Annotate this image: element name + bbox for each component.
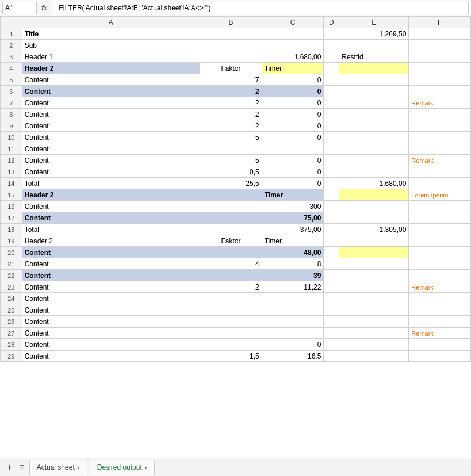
cell-b[interactable]: 2 [200,120,262,132]
cell-f[interactable] [409,339,471,351]
cell-b[interactable] [200,247,262,258]
cell-e[interactable] [339,201,409,212]
cell-f[interactable] [409,51,471,63]
tab-actual-sheet[interactable]: Actual sheet ▾ [29,460,87,475]
cell-a[interactable]: Content [22,201,200,212]
cell-b[interactable]: 4 [200,258,262,270]
cell-c[interactable]: Timer [262,235,324,247]
cell-d[interactable] [324,189,339,201]
cell-a[interactable]: Content [22,86,200,97]
cell-a[interactable]: Content [22,155,200,166]
cell-d[interactable] [324,258,339,270]
cell-d[interactable] [324,339,339,351]
cell-b[interactable]: 2 [200,281,262,293]
cell-a[interactable]: Content [22,166,200,178]
cell-c[interactable]: 300 [262,201,324,212]
cell-a[interactable]: Title [22,28,200,40]
cell-c[interactable]: 0 [262,74,324,86]
cell-d[interactable] [324,270,339,281]
cell-f[interactable] [409,212,471,224]
cell-d[interactable] [324,109,339,120]
cell-a[interactable]: Content [22,339,200,351]
cell-f[interactable]: Remark [409,155,471,166]
cell-b[interactable] [200,339,262,351]
cell-b[interactable] [200,293,262,304]
cell-a[interactable]: Content [22,293,200,304]
cell-e[interactable] [339,189,409,201]
col-header-b[interactable]: B [200,17,262,28]
cell-e[interactable] [339,339,409,351]
cell-e[interactable] [339,132,409,143]
cell-b[interactable] [200,304,262,316]
cell-e[interactable] [339,63,409,74]
cell-f[interactable] [409,40,471,51]
cell-b[interactable]: 5 [200,132,262,143]
cell-a[interactable]: Content [22,97,200,109]
cell-f[interactable] [409,178,471,189]
cell-a[interactable]: Content [22,258,200,270]
cell-d[interactable] [324,178,339,189]
cell-f[interactable] [409,351,471,362]
cell-c[interactable] [262,304,324,316]
cell-f[interactable] [409,235,471,247]
cell-f[interactable] [409,120,471,132]
cell-b[interactable] [200,189,262,201]
col-header-d[interactable]: D [324,17,339,28]
cell-b[interactable]: 5 [200,155,262,166]
cell-d[interactable] [324,40,339,51]
cell-c[interactable] [262,40,324,51]
cell-e[interactable] [339,166,409,178]
cell-f[interactable] [409,258,471,270]
cell-d[interactable] [324,132,339,143]
cell-b[interactable] [200,328,262,339]
cell-d[interactable] [324,224,339,235]
cell-a[interactable]: Content [22,316,200,328]
cell-e[interactable] [339,293,409,304]
col-header-f[interactable]: F [409,17,471,28]
cell-f[interactable]: Remark [409,328,471,339]
cell-a[interactable]: Header 2 [22,235,200,247]
cell-a[interactable]: Header 1 [22,51,200,63]
cell-b[interactable] [200,40,262,51]
cell-c[interactable]: 0 [262,109,324,120]
cell-b[interactable] [200,270,262,281]
cell-a[interactable]: Content [22,120,200,132]
cell-c[interactable]: 11,22 [262,281,324,293]
cell-c[interactable]: 0 [262,178,324,189]
cell-a[interactable]: Content [22,132,200,143]
cell-d[interactable] [324,63,339,74]
cell-c[interactable]: 0 [262,155,324,166]
cell-b[interactable] [200,224,262,235]
add-sheet-button[interactable]: + [5,462,14,473]
cell-d[interactable] [324,120,339,132]
cell-e[interactable] [339,258,409,270]
cell-d[interactable] [324,97,339,109]
cell-d[interactable] [324,201,339,212]
cell-e[interactable] [339,97,409,109]
cell-d[interactable] [324,51,339,63]
cell-b[interactable]: 1,5 [200,351,262,362]
cell-e[interactable]: 1.269,50 [339,28,409,40]
cell-d[interactable] [324,328,339,339]
cell-e[interactable] [339,120,409,132]
cell-f[interactable] [409,143,471,155]
cell-a[interactable]: Header 2 [22,63,200,74]
cell-a[interactable]: Content [22,304,200,316]
cell-f[interactable] [409,86,471,97]
cell-d[interactable] [324,74,339,86]
cell-c[interactable]: 48,00 [262,247,324,258]
cell-f[interactable] [409,224,471,235]
cell-c[interactable]: 0 [262,97,324,109]
cell-f[interactable] [409,304,471,316]
cell-f[interactable] [409,166,471,178]
cell-c[interactable] [262,143,324,155]
cell-d[interactable] [324,28,339,40]
cell-b[interactable] [200,28,262,40]
cell-d[interactable] [324,86,339,97]
cell-a[interactable]: Content [22,74,200,86]
cell-d[interactable] [324,212,339,224]
cell-b[interactable]: 2 [200,109,262,120]
cell-e[interactable] [339,109,409,120]
cell-e[interactable] [339,40,409,51]
cell-e[interactable]: 1.680,00 [339,178,409,189]
